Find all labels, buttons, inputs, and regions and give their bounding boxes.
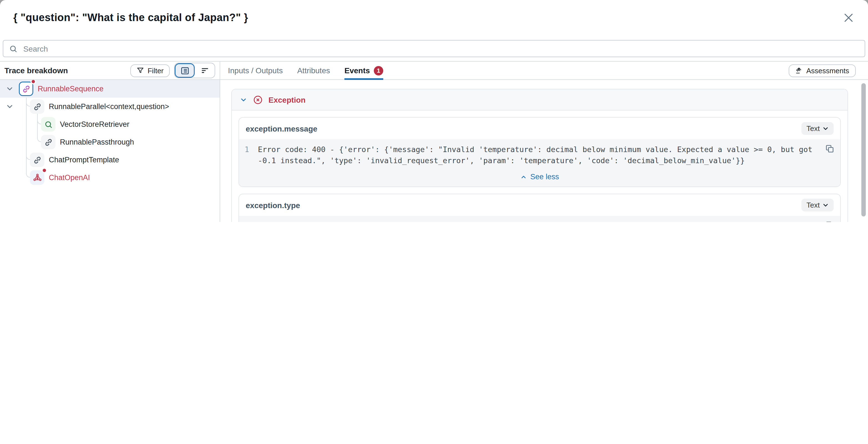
- gavel-icon: [795, 67, 803, 75]
- tree-view-button[interactable]: [175, 63, 195, 78]
- trace-breakdown-header: Trace breakdown Filter: [0, 62, 220, 79]
- tab-label: Inputs / Outputs: [228, 66, 283, 75]
- attribute-name: exception.type: [246, 201, 300, 209]
- exception-sections: exception.message Text 1 Error code: 400…: [232, 111, 847, 222]
- exception-header[interactable]: Exception: [232, 89, 847, 111]
- tree-node-chatopenai[interactable]: ChatOpenAI: [0, 169, 220, 186]
- exception-container: Exception exception.message Text 1 Error…: [231, 89, 848, 222]
- chain-icon: [41, 135, 56, 149]
- chevron-down-icon[interactable]: [5, 85, 14, 93]
- trace-modal: { "question": "What is the capital of Ja…: [0, 0, 868, 222]
- close-icon[interactable]: [842, 12, 855, 24]
- error-circle-icon: [253, 95, 263, 105]
- copy-icon[interactable]: [825, 220, 835, 222]
- line-number: 1: [245, 144, 258, 166]
- tab-events[interactable]: Events 1: [344, 62, 383, 79]
- copy-icon[interactable]: [825, 144, 835, 154]
- header-row: Trace breakdown Filter Inputs / Outputs: [0, 61, 868, 80]
- chevron-down-icon: [823, 125, 829, 131]
- search-bar[interactable]: [3, 40, 865, 57]
- tab-inputs-outputs[interactable]: Inputs / Outputs: [228, 62, 283, 79]
- page-title: { "question": "What is the capital of Ja…: [13, 12, 248, 24]
- desktop: { "question": "What is the capital of Ja…: [0, 0, 868, 222]
- search-icon: [9, 44, 18, 53]
- tree-node-runnablesequence[interactable]: RunnableSequence: [0, 80, 220, 98]
- code-line: 1 Error code: 400 - {'error': {'message'…: [245, 144, 815, 166]
- tab-label: Events: [344, 66, 370, 75]
- detail-panel: Exception exception.message Text 1 Error…: [220, 80, 868, 222]
- tab-attributes[interactable]: Attributes: [297, 62, 330, 79]
- attribute-name: exception.message: [246, 124, 317, 133]
- line-number: 1: [245, 220, 258, 222]
- tree-node-runnableparallel-context-question[interactable]: RunnableParallel<context,question>: [0, 98, 220, 115]
- chevron-down-icon: [823, 202, 829, 208]
- exception-title: Exception: [269, 95, 306, 104]
- events-count-badge: 1: [374, 66, 383, 75]
- assessments-button[interactable]: Assessments: [788, 64, 856, 77]
- filter-button[interactable]: Filter: [130, 64, 170, 77]
- model-icon: [30, 170, 44, 185]
- chain-icon: [19, 82, 33, 96]
- error-dot: [41, 168, 47, 173]
- format-dropdown[interactable]: Text: [801, 122, 834, 135]
- see-less-link[interactable]: See less: [239, 170, 840, 186]
- assessments-button-label: Assessments: [806, 66, 849, 75]
- trace-breakdown-title: Trace breakdown: [4, 66, 68, 75]
- retriever-icon: [41, 117, 56, 131]
- tree-node-chatprompttemplate[interactable]: ChatPromptTemplate: [0, 151, 220, 169]
- tree-node-vectorstoreretriever[interactable]: VectorStoreRetriever: [0, 115, 220, 133]
- format-dropdown[interactable]: Text: [801, 199, 834, 211]
- error-dot: [31, 80, 36, 84]
- chevron-down-icon[interactable]: [5, 102, 14, 111]
- events-content: Exception exception.message Text 1 Error…: [231, 89, 848, 222]
- code-line: 1 BadRequestError: [245, 220, 815, 222]
- tree-node-runnablepassthrough[interactable]: RunnablePassthrough: [0, 133, 220, 151]
- chevron-down-icon[interactable]: [240, 96, 247, 103]
- filter-button-label: Filter: [148, 66, 164, 75]
- search-input[interactable]: [22, 43, 859, 54]
- scrollbar-thumb[interactable]: [861, 83, 866, 216]
- event-attribute-card-exception-type: exception.type Text 1 BadRequestError: [239, 194, 841, 222]
- gantt-icon: [200, 66, 209, 75]
- tab-label: Attributes: [297, 66, 330, 75]
- list-details-icon: [180, 66, 189, 75]
- timeline-view-button[interactable]: [195, 63, 215, 78]
- code-block: 1 Error code: 400 - {'error': {'message'…: [239, 139, 840, 170]
- line-text: BadRequestError: [258, 220, 815, 222]
- view-toggle: [174, 63, 215, 78]
- chevron-up-icon: [520, 173, 527, 180]
- chain-icon: [30, 99, 44, 114]
- trace-tree-panel: RunnableSequence RunnableParallel<contex…: [0, 80, 220, 222]
- modal-titlebar: { "question": "What is the capital of Ja…: [0, 0, 868, 35]
- body-row: RunnableSequence RunnableParallel<contex…: [0, 80, 868, 222]
- detail-tabs: Inputs / Outputs Attributes Events 1 Ass…: [220, 62, 868, 79]
- trace-tree: RunnableSequence RunnableParallel<contex…: [0, 80, 220, 186]
- event-attribute-card-exception-message: exception.message Text 1 Error code: 400…: [239, 117, 841, 187]
- funnel-icon: [136, 67, 144, 75]
- chain-icon: [30, 153, 44, 167]
- line-text: Error code: 400 - {'error': {'message': …: [258, 144, 815, 166]
- code-block: 1 BadRequestError: [239, 216, 840, 222]
